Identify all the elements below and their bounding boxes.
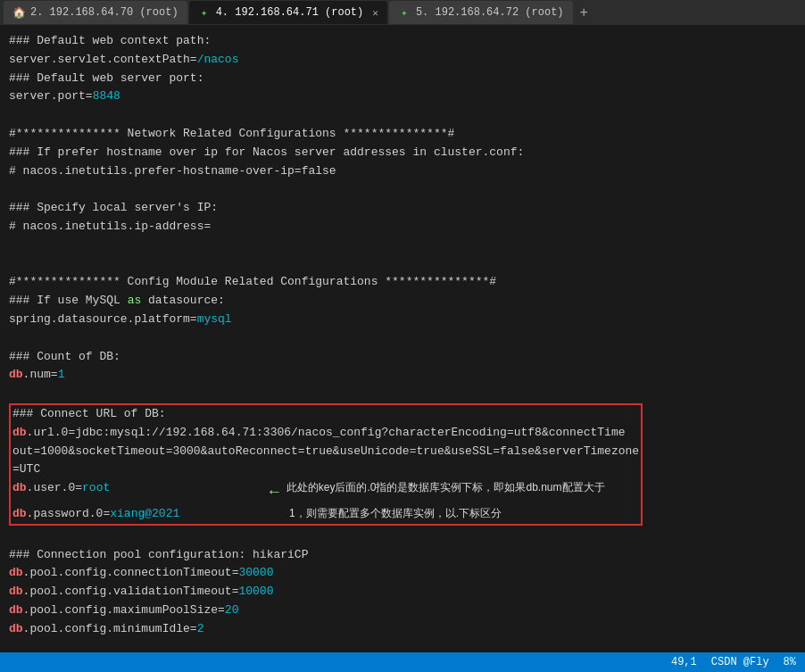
line-db-password-row: db.password.0=xiang@2021 1，则需要配置多个数据库实例，… bbox=[12, 505, 639, 524]
line-port: server.port=8848 bbox=[9, 87, 796, 106]
line-blank-3 bbox=[9, 236, 796, 255]
author-info: CSDN @Fly bbox=[711, 656, 769, 668]
line-db-user-row: db.user.0=root ← 此处的key后面的.0指的是数据库实例下标，即… bbox=[12, 479, 639, 505]
tab-2-active[interactable]: ✦ 4. 192.168.64.71 (root) ✕ bbox=[189, 1, 387, 24]
line-connection-timeout: db.pool.config.connectionTimeout=30000 bbox=[9, 564, 796, 583]
line-validation-timeout: db.pool.config.validationTimeout=10000 bbox=[9, 583, 796, 601]
line-connect-url-comment: ### Connect URL of DB: bbox=[12, 405, 639, 424]
line-datasource-platform: spring.datasource.platform=mysql bbox=[9, 311, 796, 329]
line-count-db-comment: ### Count of DB: bbox=[9, 348, 796, 367]
tab3-label: 5. 192.168.64.72 (root) bbox=[416, 6, 564, 19]
tab1-icon: 🏠 bbox=[12, 6, 25, 19]
title-bar: 🏠 2. 192.168.64.70 (root) ✦ 4. 192.168.6… bbox=[0, 0, 805, 25]
line-blank-1 bbox=[9, 106, 796, 125]
arrow-indicator: ← bbox=[270, 479, 279, 505]
line-specify-ip-comment: ### Specify local server's IP: bbox=[9, 199, 796, 218]
line-network-header: #*************** Network Related Configu… bbox=[9, 125, 796, 144]
annotation-line2: 1，则需要配置多个数据库实例，以.下标区分 bbox=[289, 505, 502, 522]
line-blank-7 bbox=[9, 527, 796, 546]
line-db-url-1: db.url.0=jdbc:mysql://192.168.64.71:3306… bbox=[12, 424, 639, 443]
tab-3[interactable]: ✦ 5. 192.168.64.72 (root) bbox=[389, 1, 573, 24]
add-tab-button[interactable]: + bbox=[575, 4, 593, 21]
terminal-content: ### Default web context path: server.ser… bbox=[0, 25, 805, 652]
line-pool-comment: ### Connection pool configuration: hikar… bbox=[9, 546, 796, 565]
status-bar: 49,1 CSDN @Fly 8% bbox=[0, 652, 805, 672]
line-comment-web-context: ### Default web context path: bbox=[9, 32, 796, 51]
line-db-password: db.password.0=xiang@2021 bbox=[12, 505, 262, 524]
line-db-url-2: out=1000&socketTimeout=3000&autoReconnec… bbox=[12, 443, 639, 461]
line-blank-5 bbox=[9, 329, 796, 348]
line-blank-8 bbox=[9, 639, 796, 653]
line-prefer-hostname-value: # nacos.inetutils.prefer-hostname-over-i… bbox=[9, 162, 796, 181]
tab2-close-icon[interactable]: ✕ bbox=[372, 7, 378, 19]
tab3-icon: ✦ bbox=[398, 6, 411, 19]
zoom-percent: 8% bbox=[784, 656, 796, 668]
annotation-line1: 此处的key后面的.0指的是数据库实例下标，即如果db.num配置大于 bbox=[286, 479, 605, 496]
line-max-pool-size: db.pool.config.maximumPoolSize=20 bbox=[9, 601, 796, 620]
tab2-label: 4. 192.168.64.71 (root) bbox=[216, 6, 364, 19]
line-db-url-3: =UTC bbox=[12, 460, 639, 479]
line-blank-6 bbox=[9, 385, 796, 403]
line-blank-4 bbox=[9, 255, 796, 274]
line-db-user: db.user.0=root bbox=[12, 479, 262, 498]
line-blank-2 bbox=[9, 180, 796, 199]
tab-1[interactable]: 🏠 2. 192.168.64.70 (root) bbox=[4, 1, 187, 24]
line-comment-port: ### Default web server port: bbox=[9, 70, 796, 88]
boxed-db-section: ### Connect URL of DB: db.url.0=jdbc:mys… bbox=[9, 403, 643, 526]
line-context-path: server.servlet.contextPath=/nacos bbox=[9, 51, 796, 70]
line-config-header: #*************** Config Module Related C… bbox=[9, 273, 796, 292]
line-mysql-comment: ### If use MySQL as datasource: bbox=[9, 292, 796, 311]
line-prefer-hostname-comment: ### If prefer hostname over ip for Nacos… bbox=[9, 144, 796, 162]
line-min-idle: db.pool.config.minimumIdle=2 bbox=[9, 620, 796, 639]
cursor-position: 49,1 bbox=[671, 656, 697, 668]
tab2-icon: ✦ bbox=[198, 6, 211, 19]
tab1-label: 2. 192.168.64.70 (root) bbox=[30, 6, 178, 19]
line-ip-address: # nacos.inetutils.ip-address= bbox=[9, 218, 796, 236]
line-db-num: db.num=1 bbox=[9, 366, 796, 385]
